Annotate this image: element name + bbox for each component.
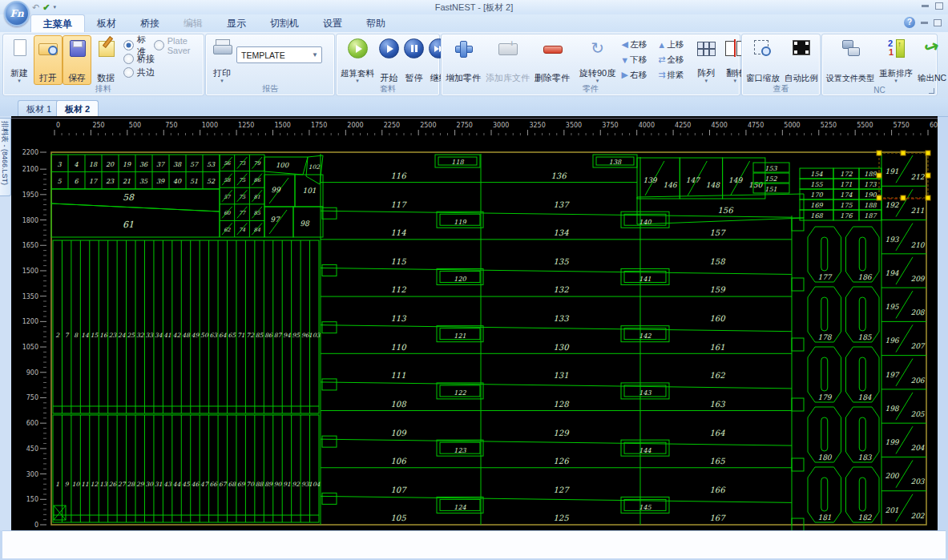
radio-standard[interactable]	[123, 40, 134, 50]
window-zoom-icon	[751, 38, 775, 58]
auto-scale-icon	[789, 38, 813, 58]
svg-text:169: 169	[810, 202, 823, 209]
tab-main-menu[interactable]: 主菜单	[30, 14, 85, 32]
supernest-button[interactable]: 超算套料 ▾	[338, 35, 377, 85]
restore-button[interactable]	[935, 2, 943, 10]
output-nc-button[interactable]: ↩ 输出NC	[915, 35, 948, 85]
svg-text:158: 158	[709, 257, 726, 266]
svg-text:184: 184	[857, 393, 871, 401]
print-button[interactable]: 打印 ▾	[208, 35, 236, 85]
svg-text:91: 91	[283, 481, 291, 488]
svg-text:175: 175	[840, 202, 853, 209]
svg-text:182: 182	[857, 514, 872, 522]
open-button[interactable]: 打开	[34, 35, 63, 85]
window-zoom-button[interactable]: 窗口缩放	[744, 35, 782, 85]
svg-text:212: 212	[910, 173, 925, 181]
ribbon-restore-button[interactable]	[934, 19, 942, 26]
svg-text:90: 90	[274, 481, 283, 488]
svg-text:74: 74	[239, 227, 246, 233]
svg-text:192: 192	[885, 201, 899, 209]
report-template-select[interactable]: TEMPLATE ▼	[236, 46, 322, 63]
move-all-button[interactable]: ⇄全移	[655, 52, 692, 67]
move-right-button[interactable]: ▶右移	[618, 67, 655, 83]
window-title: FastNEST - [板材 2]	[0, 0, 948, 14]
svg-text:201: 201	[885, 506, 898, 514]
ribbon-minimize-button[interactable]	[921, 22, 928, 24]
add-library-file-button: + 添加库文件	[483, 35, 532, 85]
add-part-button[interactable]: 增加零件	[443, 35, 483, 85]
svg-text:57: 57	[190, 161, 199, 168]
svg-text:56: 56	[224, 160, 231, 167]
svg-text:85: 85	[256, 332, 264, 339]
save-button[interactable]: 保存	[63, 35, 91, 85]
auto-scale-button[interactable]: 自动比例	[782, 35, 821, 85]
data-note-icon	[94, 38, 118, 58]
move-left-button[interactable]: ◀左移	[618, 37, 655, 52]
svg-text:136: 136	[551, 171, 567, 180]
svg-text:1500: 1500	[275, 122, 291, 129]
set-file-type-button[interactable]: 设置文件类型	[824, 35, 877, 85]
svg-text:1950: 1950	[22, 191, 38, 199]
svg-text:0: 0	[56, 122, 60, 129]
tab-cutter[interactable]: 切割机	[258, 14, 311, 32]
svg-text:196: 196	[885, 336, 899, 344]
group-expand-icon[interactable]	[929, 88, 934, 94]
tab-sheet-1[interactable]: 板材 1	[18, 100, 60, 117]
move-down-button[interactable]: ▼下移	[618, 52, 655, 67]
svg-text:87: 87	[274, 332, 283, 339]
delete-part-button[interactable]: 删除零件	[532, 35, 572, 85]
help-icon[interactable]: ?	[904, 17, 915, 28]
svg-text:148: 148	[706, 181, 720, 189]
output-nc-arrow-icon: ↩	[918, 34, 947, 62]
array-button[interactable]: 阵列 ▾	[692, 35, 720, 85]
svg-text:188: 188	[864, 202, 877, 209]
app-logo[interactable]: Fn	[4, 1, 30, 26]
svg-text:104: 104	[309, 481, 321, 488]
radio-common-edge-label: 共边	[137, 66, 155, 79]
tab-display[interactable]: 显示	[215, 14, 258, 32]
svg-text:1000: 1000	[202, 122, 218, 129]
nesting-canvas[interactable]: 0250500750100012501500175020002250250027…	[11, 116, 938, 530]
svg-text:1650: 1650	[22, 242, 38, 249]
svg-text:97: 97	[270, 216, 280, 224]
dropdown-arrow-icon: ▾	[894, 79, 898, 83]
tab-plate[interactable]: 板材	[85, 14, 128, 32]
svg-text:173: 173	[864, 181, 877, 188]
radio-common-edge[interactable]	[123, 67, 134, 78]
pause-button[interactable]: 暂停	[401, 35, 426, 85]
svg-text:81: 81	[254, 194, 260, 200]
reorder-button[interactable]: 21↑ 重新排序 ▾	[877, 35, 915, 85]
svg-text:167: 167	[709, 514, 726, 522]
rotate-90-button[interactable]: ↻ 旋转90度 ▾	[577, 35, 618, 85]
svg-text:186: 186	[857, 273, 872, 281]
selection-handle	[926, 173, 930, 178]
data-button[interactable]: 数据	[91, 35, 120, 85]
selection-handle	[877, 151, 881, 155]
svg-text:61: 61	[123, 220, 134, 230]
svg-text:60: 60	[224, 210, 231, 216]
new-button[interactable]: 新建 ▾	[5, 35, 34, 85]
radio-bridge[interactable]	[123, 54, 134, 64]
minimize-button[interactable]	[922, 5, 929, 7]
compact-button[interactable]: ⇉排紧	[655, 67, 692, 83]
svg-text:135: 135	[553, 257, 569, 266]
svg-text:193: 193	[885, 236, 899, 244]
svg-text:1800: 1800	[22, 217, 38, 224]
move-up-button[interactable]: ▲上移	[655, 37, 692, 52]
radio-plate-saver[interactable]	[154, 40, 164, 50]
svg-text:183: 183	[857, 453, 872, 461]
tab-settings[interactable]: 设置	[311, 14, 354, 32]
svg-text:172: 172	[840, 171, 853, 178]
tab-bridge[interactable]: 桥接	[128, 14, 171, 32]
start-play-icon	[379, 38, 399, 58]
tab-help[interactable]: 帮助	[354, 14, 397, 32]
tab-sheet-2[interactable]: 板材 2	[56, 100, 99, 117]
move-all-icon: ⇄	[656, 54, 667, 65]
start-button[interactable]: 开始	[377, 35, 401, 85]
svg-text:3500: 3500	[566, 122, 582, 129]
group-nesting: 超算套料 ▾ 开始 暂停 继续 套料	[336, 34, 440, 96]
supernest-play-icon	[348, 38, 368, 58]
library-folder-icon: +	[496, 38, 520, 58]
svg-text:77: 77	[239, 210, 246, 216]
svg-text:3000: 3000	[493, 122, 509, 129]
